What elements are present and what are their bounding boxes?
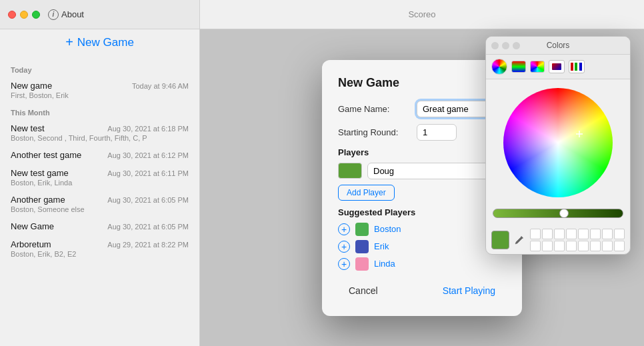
list-item[interactable]: New test Aug 30, 2021 at 6:18 PM Boston,…	[0, 119, 199, 146]
swatch-cell[interactable]	[602, 229, 613, 239]
swatch-cell[interactable]	[566, 241, 577, 251]
swatch-cell[interactable]	[590, 241, 601, 251]
svg-point-1	[503, 88, 613, 197]
about-label: About	[61, 9, 84, 19]
starting-round-label: Starting Round:	[338, 127, 411, 137]
list-item[interactable]: New Game Aug 30, 2021 at 6:05 PM	[0, 217, 199, 235]
close-button[interactable]	[8, 11, 16, 19]
maximize-button[interactable]	[32, 11, 40, 19]
starting-round-input[interactable]	[417, 124, 457, 141]
palette-mode-btn[interactable]	[530, 61, 545, 73]
game-item-players: Boston, Second , Third, Fourth, Fifth, C…	[11, 134, 189, 142]
swatch-cell[interactable]	[542, 241, 553, 251]
game-item-header: New test game Aug 30, 2021 at 6:11 PM	[11, 168, 189, 178]
color-swatches-row	[486, 226, 630, 254]
modal-title: New Game	[338, 76, 506, 90]
colors-minimize[interactable]	[502, 42, 509, 49]
game-item-date: Aug 30, 2021 at 6:05 PM	[107, 196, 189, 204]
swatch-cell[interactable]	[590, 229, 601, 239]
list-item[interactable]: Another game Aug 30, 2021 at 6:05 PM Bos…	[0, 191, 199, 217]
brightness-slider-row	[486, 206, 630, 226]
game-item-date: Aug 30, 2021 at 6:18 PM	[107, 125, 189, 133]
colors-toolbar	[486, 55, 630, 79]
erik-name: Erik	[374, 241, 389, 251]
swatch-cell[interactable]	[614, 229, 625, 239]
list-item[interactable]: New test game Aug 30, 2021 at 6:11 PM Bo…	[0, 164, 199, 191]
swatch-cell[interactable]	[530, 241, 541, 251]
game-item-date: Aug 29, 2021 at 8:22 PM	[107, 241, 189, 249]
info-icon: i	[48, 9, 59, 20]
game-item-header: New game Today at 9:46 AM	[11, 81, 189, 91]
game-item-header: New test Aug 30, 2021 at 6:18 PM	[11, 123, 189, 133]
colors-traffic-lights	[491, 42, 520, 49]
player-row	[338, 163, 506, 179]
add-boston-icon: +	[338, 223, 350, 235]
game-item-name: New test	[11, 123, 45, 133]
game-item-name: New Game	[11, 221, 54, 231]
suggested-player-linda[interactable]: + Linda	[338, 257, 506, 271]
list-item[interactable]: Another test game Aug 30, 2021 at 6:12 P…	[0, 146, 199, 164]
color-wheel-mode-btn[interactable]	[491, 59, 507, 75]
minimize-button[interactable]	[20, 11, 28, 19]
linda-name: Linda	[374, 259, 395, 269]
boston-name: Boston	[374, 224, 401, 234]
colors-maximize[interactable]	[513, 42, 520, 49]
game-item-header: New Game Aug 30, 2021 at 6:05 PM	[11, 221, 189, 231]
pencils-mode-btn[interactable]	[569, 60, 585, 73]
game-item-players: First, Boston, Erik	[11, 91, 189, 99]
boston-color	[355, 223, 369, 236]
erik-color	[355, 240, 369, 253]
players-section-label: Players	[338, 147, 506, 157]
list-item[interactable]: New game Today at 9:46 AM First, Boston,…	[0, 77, 199, 103]
swatch-cell[interactable]	[554, 241, 565, 251]
add-player-button[interactable]: Add Player	[338, 185, 395, 201]
game-name-label: Game Name:	[338, 104, 411, 114]
sliders-mode-btn[interactable]	[511, 61, 526, 73]
eyedropper-button[interactable]	[512, 232, 527, 248]
swatch-cell[interactable]	[530, 229, 541, 239]
swatch-cell[interactable]	[578, 229, 589, 239]
about-button[interactable]: i About	[45, 8, 87, 21]
game-name-row: Game Name:	[338, 101, 506, 117]
swatch-cell[interactable]	[566, 229, 577, 239]
image-mode-btn[interactable]	[549, 60, 565, 73]
colors-close[interactable]	[491, 42, 499, 49]
linda-color	[355, 257, 369, 271]
color-wheel-container[interactable]	[486, 79, 630, 206]
suggested-player-erik[interactable]: + Erik	[338, 240, 506, 253]
swatch-cell[interactable]	[578, 241, 589, 251]
add-erik-icon: +	[338, 241, 350, 253]
add-linda-icon: +	[338, 258, 350, 270]
color-wheel[interactable]	[501, 86, 615, 199]
swatch-cell[interactable]	[602, 241, 613, 251]
swatch-grid	[530, 229, 625, 251]
section-today-label: Today	[0, 61, 199, 77]
game-item-date: Today at 9:46 AM	[132, 82, 189, 90]
game-item-date: Aug 30, 2021 at 6:11 PM	[107, 169, 189, 177]
suggested-players-label: Suggested Players	[338, 207, 506, 217]
game-item-name: Arboretum	[11, 239, 51, 249]
swatch-cell[interactable]	[542, 229, 553, 239]
game-item-name: New game	[11, 81, 52, 91]
current-color-swatch[interactable]	[491, 231, 509, 249]
cancel-button[interactable]: Cancel	[338, 281, 389, 300]
section-month-label: This Month	[0, 103, 199, 119]
suggested-player-boston[interactable]: + Boston	[338, 223, 506, 236]
game-item-date: Aug 30, 2021 at 6:05 PM	[107, 223, 189, 231]
game-item-date: Aug 30, 2021 at 6:12 PM	[107, 151, 189, 159]
game-item-players: Boston, Erik, B2, E2	[11, 250, 189, 258]
brightness-slider[interactable]	[493, 209, 623, 218]
list-item[interactable]: Arboretum Aug 29, 2021 at 8:22 PM Boston…	[0, 235, 199, 262]
starting-round-row: Starting Round:	[338, 124, 506, 141]
colors-titlebar: Colors	[486, 37, 630, 55]
swatch-cell[interactable]	[554, 229, 565, 239]
plus-icon: +	[65, 35, 73, 50]
player-color-button[interactable]	[338, 163, 362, 179]
start-playing-button[interactable]: Start Playing	[432, 281, 506, 300]
new-game-button[interactable]: + New Game	[0, 29, 199, 55]
app-title: Scoreo	[408, 9, 435, 19]
game-item-header: Another game Aug 30, 2021 at 6:05 PM	[11, 195, 189, 205]
swatch-cell[interactable]	[614, 241, 625, 251]
main-titlebar: Scoreo	[200, 0, 644, 29]
sidebar-titlebar: i About	[0, 0, 199, 29]
